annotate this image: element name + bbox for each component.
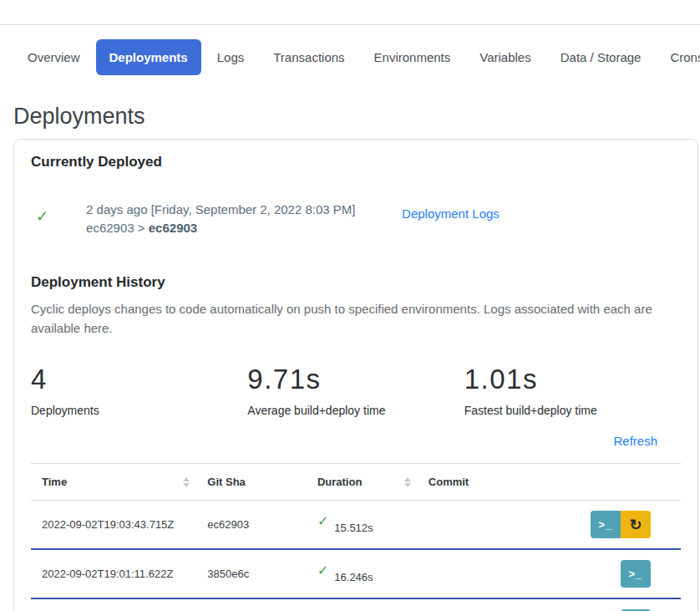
row-actions: >_ bbox=[621, 560, 651, 588]
currently-deployed-heading: Currently Deployed bbox=[31, 154, 681, 171]
cell-duration: ✓ 15.512s bbox=[307, 501, 418, 550]
stat-fastest-time: 1.01s Fastest build+deploy time bbox=[464, 364, 681, 417]
page-title: Deployments bbox=[13, 104, 700, 129]
cell-duration bbox=[307, 598, 418, 611]
column-header-time[interactable]: Time bbox=[31, 464, 196, 501]
cell-git-sha: 3850e6c bbox=[196, 549, 307, 598]
success-check-icon: ✓ bbox=[36, 207, 48, 226]
redo-icon: ↻ bbox=[629, 516, 642, 534]
stat-average-time-label: Average build+deploy time bbox=[247, 404, 464, 417]
duration-value: 15.512s bbox=[334, 522, 373, 534]
refresh-row: Refresh bbox=[31, 434, 681, 449]
app-tab-bar: Overview Deployments Logs Transactions E… bbox=[0, 25, 700, 75]
sha-to: ec62903 bbox=[149, 221, 197, 235]
tab-overview[interactable]: Overview bbox=[14, 39, 94, 75]
cell-time: 2022-09-02T19:01:11.622Z bbox=[31, 549, 196, 598]
tab-variables[interactable]: Variables bbox=[466, 39, 544, 75]
tab-data-storage[interactable]: Data / Storage bbox=[547, 39, 655, 75]
success-check-icon: ✓ bbox=[317, 564, 328, 578]
tab-environments[interactable]: Environments bbox=[361, 39, 464, 75]
cell-actions: >_ ↻ bbox=[574, 501, 681, 550]
deployment-history-table: Time Git Sha Duration Commit 2022-09-02T… bbox=[31, 463, 681, 611]
cell-actions: >_ bbox=[574, 598, 681, 611]
sha-separator: > bbox=[138, 221, 145, 235]
stat-fastest-time-value: 1.01s bbox=[464, 364, 681, 395]
sort-icon[interactable] bbox=[183, 477, 190, 487]
cell-time: 2022-09-02T18:59:04.541Z bbox=[31, 598, 196, 611]
cell-commit bbox=[418, 598, 574, 611]
cell-commit bbox=[418, 549, 574, 598]
column-header-git-sha: Git Sha bbox=[196, 464, 307, 501]
cell-git-sha: bfcc9b3 bbox=[196, 598, 307, 611]
terminal-icon: >_ bbox=[629, 568, 643, 580]
stat-deployments-label: Deployments bbox=[31, 404, 247, 417]
stat-deployments-value: 4 bbox=[31, 364, 247, 395]
tab-transactions[interactable]: Transactions bbox=[260, 39, 358, 75]
cell-git-sha: ec62903 bbox=[196, 501, 307, 550]
column-header-duration[interactable]: Duration bbox=[307, 464, 418, 501]
tab-crons[interactable]: Crons bbox=[657, 39, 700, 75]
tab-logs[interactable]: Logs bbox=[204, 39, 258, 75]
cell-actions: >_ bbox=[574, 549, 681, 598]
deployment-logs-link[interactable]: Deployment Logs bbox=[402, 206, 500, 221]
redeploy-button[interactable]: ↻ bbox=[621, 511, 651, 538]
cell-duration: ✓ 16.246s bbox=[307, 549, 418, 598]
column-header-actions bbox=[574, 464, 681, 501]
refresh-link[interactable]: Refresh bbox=[613, 434, 657, 448]
stat-average-time-value: 9.71s bbox=[247, 364, 464, 395]
sha-from: ec62903 bbox=[86, 221, 134, 235]
table-row: 2022-09-02T18:59:04.541Z bfcc9b3 >_ bbox=[31, 598, 681, 611]
table-row: 2022-09-02T19:01:11.622Z 3850e6c ✓ 16.24… bbox=[31, 549, 681, 598]
tab-deployments[interactable]: Deployments bbox=[96, 39, 201, 75]
sort-icon[interactable] bbox=[404, 477, 411, 487]
column-header-commit: Commit bbox=[418, 464, 574, 501]
cell-time: 2022-09-02T19:03:43.715Z bbox=[31, 501, 196, 550]
deployed-info: 2 days ago [Friday, September 2, 2022 8:… bbox=[86, 201, 363, 237]
deployments-card: Currently Deployed ✓ 2 days ago [Friday,… bbox=[13, 139, 698, 611]
table-header-row: Time Git Sha Duration Commit bbox=[31, 464, 681, 501]
deployed-sha: ec62903 > ec62903 bbox=[86, 219, 363, 237]
deployment-history-heading: Deployment History bbox=[31, 274, 681, 291]
row-actions: >_ ↻ bbox=[591, 511, 651, 538]
duration-value: 16.246s bbox=[334, 571, 373, 583]
terminal-icon: >_ bbox=[599, 518, 613, 531]
column-header-duration-label: Duration bbox=[317, 476, 362, 488]
stat-deployments: 4 Deployments bbox=[31, 364, 247, 417]
stat-fastest-time-label: Fastest build+deploy time bbox=[464, 404, 681, 417]
deployment-history-description: Cyclic deploys changes to code automatic… bbox=[31, 299, 681, 338]
success-check-icon: ✓ bbox=[317, 515, 328, 528]
build-logs-terminal-button[interactable]: >_ bbox=[621, 560, 651, 588]
top-navbar-divider bbox=[0, 0, 700, 25]
table-row: 2022-09-02T19:03:43.715Z ec62903 ✓ 15.51… bbox=[31, 501, 681, 550]
build-logs-terminal-button[interactable]: >_ bbox=[591, 511, 621, 538]
stat-average-time: 9.71s Average build+deploy time bbox=[247, 364, 464, 417]
column-header-time-label: Time bbox=[42, 476, 67, 488]
deployment-stats: 4 Deployments 9.71s Average build+deploy… bbox=[31, 364, 681, 417]
deployed-timestamp: 2 days ago [Friday, September 2, 2022 8:… bbox=[86, 201, 363, 219]
cell-commit bbox=[418, 501, 574, 550]
currently-deployed-row: ✓ 2 days ago [Friday, September 2, 2022 … bbox=[36, 201, 681, 237]
